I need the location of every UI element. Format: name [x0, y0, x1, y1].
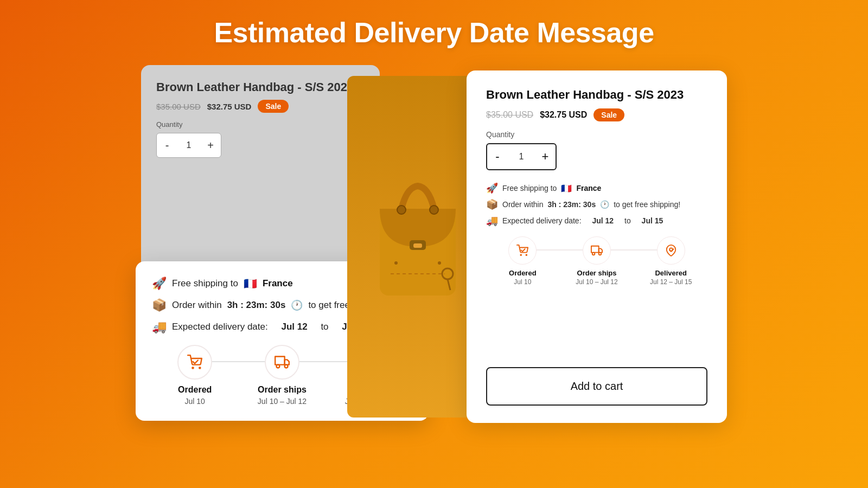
right-expected-row: 🚚 Expected delivery date: Jul 12 to Jul … — [486, 215, 707, 227]
left-quantity-control: - 1 + — [156, 133, 221, 158]
right-expected-to-word: to — [624, 216, 631, 225]
expected-from: Jul 12 — [281, 322, 307, 332]
right-order-within-row: 📦 Order within 3h : 23m: 30s 🕐 to get fr… — [486, 198, 707, 210]
card-right-content: Brown Leather Handbag - S/S 2023 $35.00 … — [486, 88, 707, 298]
free-shipping-prefix: Free shipping to — [172, 278, 238, 289]
rocket-icon: 🚀 — [152, 277, 167, 291]
left-price-sale: $32.75 USD — [207, 102, 252, 111]
svg-point-15 — [394, 261, 398, 265]
svg-point-1 — [199, 367, 200, 368]
left-quantity-value: 1 — [177, 140, 200, 150]
handbag-illustration — [363, 176, 472, 317]
right-step-ordered-date: Jul 10 — [514, 278, 531, 286]
right-truck-icon: 🚚 — [486, 215, 498, 227]
svg-rect-19 — [591, 246, 599, 253]
right-price-original: $35.00 USD — [486, 110, 533, 120]
right-product-title: Brown Leather Handbag - S/S 2023 — [486, 88, 707, 102]
expected-to: to — [321, 322, 328, 332]
right-price-sale: $32.75 USD — [540, 110, 587, 120]
right-add-to-cart-button[interactable]: Add to cart — [486, 367, 707, 406]
right-box-icon: 📦 — [486, 198, 498, 210]
right-step-delivered-date: Jul 12 – Jul 15 — [650, 278, 692, 286]
free-shipping-country: France — [263, 278, 293, 289]
card-left-wrapper: Brown Leather Handbag - S/S 2023 $35.00 … — [141, 65, 380, 404]
step-ordered-date-popup: Jul 10 — [185, 397, 205, 406]
right-pin-icon — [657, 236, 685, 265]
left-quantity-minus[interactable]: - — [157, 133, 177, 157]
right-step-ships: Order ships Jul 10 – Jul 12 — [560, 236, 634, 286]
right-expected-end: Jul 15 — [642, 216, 663, 225]
svg-point-4 — [276, 365, 279, 368]
right-expected-prefix: Expected delivery date: — [502, 216, 582, 225]
right-price-row: $35.00 USD $32.75 USD Sale — [486, 108, 707, 121]
right-delivery-info: 🚀 Free shipping to 🇫🇷 France 📦 Order wit… — [486, 182, 707, 227]
right-step-delivered-title: Delivered — [655, 269, 687, 277]
left-sale-badge: Sale — [258, 100, 289, 113]
right-step-delivered: Delivered Jul 12 – Jul 15 — [634, 236, 707, 286]
step-ships-date-popup: Jul 10 – Jul 12 — [258, 397, 307, 406]
svg-point-10 — [397, 206, 406, 214]
right-rocket-icon: 🚀 — [486, 182, 498, 194]
step-ships-popup: Order ships Jul 10 – Jul 12 — [239, 345, 325, 406]
right-order-time: 3h : 23m: 30s — [547, 200, 596, 209]
svg-point-22 — [599, 253, 602, 255]
svg-rect-9 — [413, 243, 422, 248]
right-clock-icon: 🕐 — [600, 200, 609, 209]
left-product-title: Brown Leather Handbag - S/S 2023 — [156, 80, 365, 94]
right-free-shipping-row: 🚀 Free shipping to 🇫🇷 France — [486, 182, 707, 194]
left-price-row: $35.00 USD $32.75 USD Sale — [156, 100, 365, 113]
svg-point-11 — [430, 206, 438, 214]
right-expected-from: Jul 12 — [592, 216, 614, 225]
right-france-flag: 🇫🇷 — [561, 183, 572, 194]
svg-point-16 — [438, 261, 441, 265]
right-step-ships-title: Order ships — [577, 269, 617, 277]
svg-marker-3 — [285, 359, 289, 364]
svg-point-18 — [526, 254, 527, 255]
right-quantity-minus[interactable]: - — [487, 144, 508, 169]
truck-step-icon-popup — [265, 345, 299, 380]
expected-prefix: Expected delivery date: — [172, 322, 268, 332]
order-within-time: 3h : 23m: 30s — [227, 300, 286, 311]
cart-icon-popup — [177, 345, 212, 380]
order-within-prefix: Order within — [172, 300, 222, 311]
left-price-original: $35.00 USD — [156, 102, 201, 111]
svg-rect-2 — [275, 357, 285, 365]
left-quantity-label: Quantity — [156, 120, 365, 129]
page-title: Estimated Delivery Date Message — [214, 16, 654, 49]
cards-container: Brown Leather Handbag - S/S 2023 $35.00 … — [0, 65, 868, 423]
right-truck-step-icon — [583, 236, 611, 265]
right-order-suffix: to get free shipping! — [614, 200, 680, 209]
step-ordered-title-popup: Ordered — [178, 385, 212, 395]
right-shipping-country: France — [576, 184, 601, 192]
left-quantity-plus[interactable]: + — [200, 133, 221, 157]
right-quantity-plus[interactable]: + — [535, 144, 556, 169]
card-right: Brown Leather Handbag - S/S 2023 $35.00 … — [467, 70, 727, 423]
truck-icon: 🚚 — [152, 320, 167, 334]
right-sale-badge: Sale — [593, 108, 624, 121]
right-quantity-value: 1 — [508, 152, 535, 162]
right-step-ordered-title: Ordered — [509, 269, 537, 277]
delivery-steps-right: Ordered Jul 10 Order ships Jul 10 – Jul … — [486, 236, 707, 286]
step-ordered-popup: Ordered Jul 10 — [152, 345, 238, 406]
right-cart-icon — [508, 236, 537, 265]
right-order-prefix: Order within — [502, 200, 543, 209]
right-step-ships-date: Jul 10 – Jul 12 — [576, 278, 617, 286]
svg-marker-20 — [599, 248, 602, 252]
right-quantity-control: - 1 + — [486, 143, 557, 170]
france-flag-icon: 🇫🇷 — [244, 277, 257, 290]
right-step-ordered: Ordered Jul 10 — [486, 236, 559, 286]
right-quantity-label: Quantity — [486, 130, 707, 139]
step-ships-title-popup: Order ships — [258, 385, 307, 395]
clock-icon: 🕐 — [291, 299, 303, 311]
svg-point-21 — [592, 253, 595, 255]
box-icon: 📦 — [152, 298, 167, 312]
svg-point-0 — [193, 367, 194, 368]
svg-point-17 — [521, 254, 522, 255]
right-free-shipping-prefix: Free shipping to — [502, 184, 557, 192]
svg-point-5 — [285, 365, 288, 368]
